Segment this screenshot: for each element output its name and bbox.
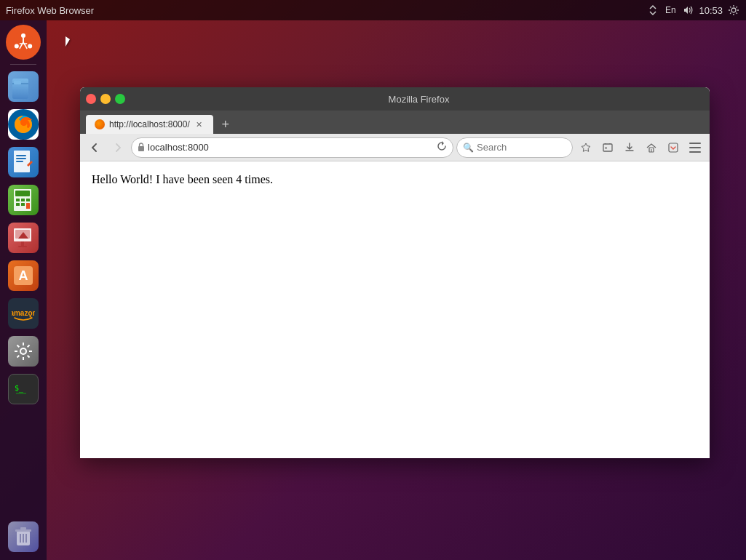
sidebar-item-trash[interactable] <box>6 519 41 554</box>
sidebar-item-writer[interactable] <box>6 145 41 180</box>
sidebar-item-ubuntu[interactable] <box>6 25 41 60</box>
download-button[interactable] <box>619 137 640 158</box>
settings-icon-bg <box>8 336 39 367</box>
bookmark-star-button[interactable] <box>576 137 596 158</box>
lock-icon <box>138 143 145 153</box>
tab-close-button[interactable]: ✕ <box>194 119 205 129</box>
sidebar-bottom <box>6 519 41 554</box>
svg-rect-18 <box>26 199 30 201</box>
sidebar: A amazon $_ <box>0 20 47 560</box>
svg-point-31 <box>21 349 25 353</box>
firefox-icon <box>8 109 39 140</box>
sidebar-item-files[interactable] <box>6 69 41 104</box>
browser-navbar: 🔍 <box>80 134 710 161</box>
svg-rect-44 <box>669 143 678 152</box>
svg-rect-12 <box>16 158 26 159</box>
terminal-icon-bg: $_ <box>8 374 39 404</box>
back-button[interactable] <box>84 137 105 158</box>
files-icon <box>8 71 39 102</box>
nav-icon-buttons <box>576 137 705 158</box>
browser-window: Mozilla Firefox http://localhost:8000/ ✕… <box>80 87 710 458</box>
svg-text:amazon: amazon <box>12 309 35 317</box>
address-bar-input[interactable] <box>148 142 434 153</box>
page-text: Hello World! I have been seen 4 times. <box>92 173 698 186</box>
writer-icon <box>8 147 39 177</box>
volume-icon <box>681 4 694 17</box>
gear-icon[interactable] <box>727 4 740 17</box>
svg-point-0 <box>731 8 736 12</box>
svg-point-4 <box>15 44 19 49</box>
svg-rect-15 <box>15 191 30 196</box>
svg-text:$_: $_ <box>15 384 24 393</box>
svg-rect-45 <box>689 143 701 144</box>
sidebar-item-amazon[interactable]: amazon <box>6 296 41 331</box>
window-minimize-button[interactable] <box>100 94 111 104</box>
svg-rect-20 <box>21 203 25 206</box>
sidebar-divider-1 <box>10 64 36 65</box>
window-close-button[interactable] <box>86 94 96 104</box>
svg-rect-21 <box>26 203 30 209</box>
sidebar-item-settings[interactable] <box>6 334 41 369</box>
browser-window-title: Mozilla Firefox <box>134 94 704 105</box>
pocket-button[interactable] <box>663 137 683 158</box>
keyboard-icon <box>646 4 659 17</box>
svg-rect-39 <box>138 146 144 151</box>
browser-content: Hello World! I have been seen 4 times. <box>80 161 710 458</box>
svg-rect-26 <box>18 246 27 247</box>
svg-rect-40 <box>603 144 612 151</box>
appstore-icon: A <box>8 260 39 291</box>
search-icon: 🔍 <box>463 143 474 153</box>
sidebar-item-terminal[interactable]: $_ <box>6 372 41 407</box>
svg-text:A: A <box>19 268 28 283</box>
svg-rect-13 <box>16 161 23 162</box>
home-shield-button[interactable] <box>598 137 618 158</box>
sidebar-item-impress[interactable] <box>6 220 41 255</box>
svg-rect-34 <box>15 529 31 532</box>
amazon-icon: amazon <box>8 298 39 329</box>
menu-button[interactable] <box>685 137 705 158</box>
sidebar-item-calc[interactable] <box>6 183 41 217</box>
tab-favicon <box>95 119 105 129</box>
topbar-title: Firefox Web Browser <box>6 5 94 16</box>
search-bar-container[interactable]: 🔍 <box>456 137 573 158</box>
svg-rect-11 <box>16 155 26 156</box>
top-bar: Firefox Web Browser En 10:53 <box>0 0 746 20</box>
forward-button[interactable] <box>108 137 128 158</box>
svg-rect-46 <box>689 147 701 148</box>
ubuntu-logo <box>6 25 41 60</box>
svg-rect-25 <box>21 241 24 246</box>
tab-label: http://localhost:8000/ <box>109 119 190 129</box>
browser-tab[interactable]: http://localhost:8000/ ✕ <box>86 115 213 134</box>
svg-rect-41 <box>605 147 607 149</box>
svg-rect-16 <box>16 199 20 201</box>
trash-icon <box>8 521 39 552</box>
home-button[interactable] <box>641 137 662 158</box>
topbar-right: En 10:53 <box>646 4 740 17</box>
svg-rect-19 <box>16 203 20 206</box>
svg-point-3 <box>28 44 32 49</box>
new-tab-button[interactable]: + <box>216 115 235 134</box>
browser-tabbar: http://localhost:8000/ ✕ + <box>80 111 710 134</box>
sidebar-item-firefox[interactable] <box>6 107 41 142</box>
impress-icon <box>8 223 39 253</box>
clock: 10:53 <box>699 5 723 16</box>
browser-titlebar: Mozilla Firefox <box>80 87 710 111</box>
svg-rect-43 <box>651 149 652 152</box>
calc-icon <box>8 185 39 215</box>
svg-rect-17 <box>21 199 25 201</box>
svg-rect-35 <box>20 527 26 529</box>
svg-rect-47 <box>689 151 701 153</box>
reload-button[interactable] <box>437 141 447 153</box>
sidebar-item-appstore[interactable]: A <box>6 258 41 293</box>
svg-rect-7 <box>14 81 21 84</box>
address-bar-container[interactable] <box>131 137 453 158</box>
lang-indicator: En <box>664 4 677 17</box>
window-maximize-button[interactable] <box>115 94 125 104</box>
svg-point-2 <box>21 33 25 38</box>
